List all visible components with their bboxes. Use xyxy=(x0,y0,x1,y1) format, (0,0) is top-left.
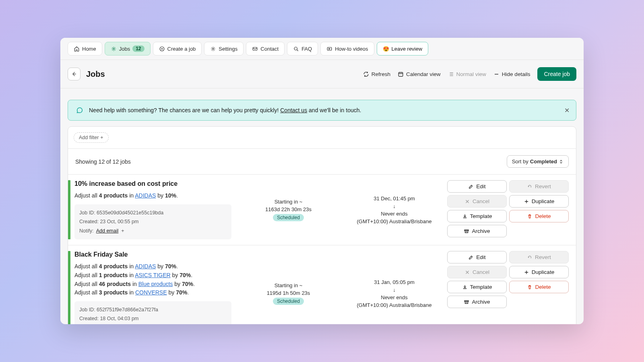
cancel-button: Cancel xyxy=(447,195,507,208)
collection-link[interactable]: ASICS TIGER xyxy=(135,272,170,278)
jobs-count-badge: 12 xyxy=(132,45,144,52)
svg-point-4 xyxy=(294,47,297,50)
status-badge: Scheduled xyxy=(273,214,304,221)
action-label: Calendar view xyxy=(406,71,441,77)
tab-label: How-to videos xyxy=(335,46,368,52)
results-summary: Showing 12 of 12 jobs xyxy=(75,158,131,165)
hide-details-action[interactable]: Hide details xyxy=(493,71,530,77)
arrow-left-icon xyxy=(71,71,77,77)
tab-label: FAQ xyxy=(301,46,312,52)
refresh-action[interactable]: Refresh xyxy=(363,71,390,77)
tab-jobs[interactable]: Jobs12 xyxy=(105,42,151,56)
svg-point-0 xyxy=(113,48,114,49)
search-icon xyxy=(293,46,299,52)
cancel-button: Cancel xyxy=(447,266,507,278)
tab-create-job[interactable]: Create a job xyxy=(153,42,202,56)
job-description: Adjust all 4 products in ADIDAS by 10%. xyxy=(74,191,231,200)
back-button[interactable] xyxy=(68,68,80,80)
job-title: Black Friday Sale xyxy=(74,251,231,258)
revert-icon xyxy=(527,255,533,260)
revert-button: Revert xyxy=(509,251,569,263)
contact-us-link[interactable]: Contact us xyxy=(280,107,307,113)
tab-contact[interactable]: Contact xyxy=(246,42,285,56)
minus-icon xyxy=(493,71,500,77)
template-button[interactable]: Template xyxy=(447,281,507,293)
tab-label: Create a job xyxy=(167,46,196,52)
job-actions: EditRevertCancelDuplicateTemplateDeleteA… xyxy=(447,180,576,239)
cancel-icon xyxy=(464,269,470,275)
delete-button[interactable]: Delete xyxy=(509,281,569,293)
sort-arrows-icon xyxy=(559,159,564,164)
tab-label: Home xyxy=(82,46,96,52)
heart-eyes-icon: 😍 xyxy=(383,46,389,52)
top-tabs: Home Jobs12 Create a job Settings Contac… xyxy=(60,38,584,60)
delete-icon xyxy=(527,284,533,290)
duplicate-button[interactable]: Duplicate xyxy=(509,195,569,208)
tab-label: Contact xyxy=(260,46,279,52)
sort-button[interactable]: Sort by Completed xyxy=(507,155,569,168)
duplicate-icon xyxy=(524,269,529,275)
schedule-column: 31 Dec, 01:45 pm↓Never ends(GMT+10:00) A… xyxy=(341,180,447,239)
template-icon xyxy=(462,214,468,219)
archive-button[interactable]: Archive xyxy=(447,225,507,237)
job-actions: EditRevertCancelDuplicateTemplateDeleteA… xyxy=(447,251,576,324)
archive-icon xyxy=(464,299,469,305)
page-title: Jobs xyxy=(86,70,105,79)
normal-view-action[interactable]: Normal view xyxy=(448,71,486,77)
job-row: Black Friday Sale Adjust all 4 products … xyxy=(68,245,576,324)
tab-label: Settings xyxy=(219,46,237,52)
status-bar xyxy=(68,251,70,324)
gear-icon xyxy=(210,46,216,52)
revert-icon xyxy=(527,184,533,189)
tab-settings[interactable]: Settings xyxy=(204,42,244,56)
job-meta: Job ID: 6535e09d0d45021e55c19bda Created… xyxy=(74,204,231,240)
collection-link[interactable]: Blue products xyxy=(138,281,173,287)
starting-column: Starting in ~1163d 22h 30m 23s Scheduled xyxy=(235,180,341,239)
home-icon xyxy=(74,46,80,52)
mail-icon xyxy=(252,46,258,52)
add-email-link[interactable]: Add email xyxy=(96,228,119,234)
status-badge: Scheduled xyxy=(273,298,304,305)
job-title: 10% increase based on cost price xyxy=(74,180,231,187)
delete-button[interactable]: Delete xyxy=(509,210,569,222)
banner-text: Need help with something? The chances ar… xyxy=(89,107,361,113)
job-meta: Job ID: 652f751f9e7d866e2a7f27fa Created… xyxy=(74,301,231,324)
tab-faq[interactable]: FAQ xyxy=(287,42,318,56)
edit-icon xyxy=(468,184,474,189)
archive-icon xyxy=(464,228,469,234)
edit-button[interactable]: Edit xyxy=(447,180,507,193)
banner-close-button[interactable]: ✕ xyxy=(564,107,570,114)
status-bar xyxy=(68,180,70,239)
collection-link[interactable]: ADIDAS xyxy=(135,263,156,269)
revert-button: Revert xyxy=(509,180,569,193)
calendar-icon xyxy=(398,71,404,77)
edit-button[interactable]: Edit xyxy=(447,251,507,263)
tab-leave-review[interactable]: 😍Leave review xyxy=(377,42,429,56)
plus-circle-icon xyxy=(159,46,165,52)
refresh-icon xyxy=(363,71,369,77)
template-button[interactable]: Template xyxy=(447,210,507,222)
chat-icon xyxy=(76,107,83,114)
help-banner: Need help with something? The chances ar… xyxy=(68,100,576,121)
create-job-button[interactable]: Create job xyxy=(537,67,576,81)
tab-home[interactable]: Home xyxy=(68,42,102,56)
starting-column: Starting in ~1195d 1h 50m 23s Scheduled xyxy=(235,251,341,324)
add-filter-button[interactable]: Add filter+ xyxy=(74,132,109,143)
action-label: Refresh xyxy=(372,71,390,77)
svg-rect-6 xyxy=(398,72,403,76)
list-icon xyxy=(448,71,454,77)
duplicate-icon xyxy=(524,199,529,204)
archive-button[interactable]: Archive xyxy=(447,296,507,308)
plus-icon: + xyxy=(100,135,103,140)
tab-howto[interactable]: How-to videos xyxy=(320,42,374,56)
video-icon xyxy=(326,46,332,52)
collection-link[interactable]: ADIDAS xyxy=(135,192,156,199)
duplicate-button[interactable]: Duplicate xyxy=(509,266,569,278)
action-label: Hide details xyxy=(502,71,530,77)
gear-icon xyxy=(111,46,117,52)
calendar-view-action[interactable]: Calendar view xyxy=(398,71,441,77)
tab-label: Jobs xyxy=(119,46,130,52)
action-label: Normal view xyxy=(456,71,486,77)
jobs-card: Add filter+ Showing 12 of 12 jobs Sort b… xyxy=(68,126,576,324)
collection-link[interactable]: CONVERSE xyxy=(135,289,167,296)
